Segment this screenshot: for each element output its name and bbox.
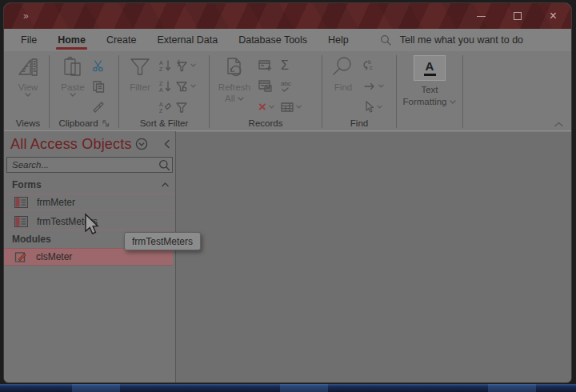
- tab-external-data[interactable]: External Data: [146, 29, 228, 51]
- save-record-icon: [258, 80, 272, 92]
- search-icon: [380, 34, 391, 46]
- ribbon-group-clipboard: Paste Clipboard: [50, 51, 118, 130]
- chevron-down-icon: [190, 63, 196, 67]
- chevron-up-icon: [162, 182, 169, 187]
- maximize-button[interactable]: [499, 3, 535, 29]
- find-group-label: Find: [322, 118, 396, 128]
- svg-text:A: A: [159, 101, 163, 106]
- module-icon: [14, 251, 27, 263]
- ribbon-group-sort-filter: Filter AZ ZA AZ: [119, 51, 209, 130]
- refresh-all-button[interactable]: Refresh All: [214, 53, 255, 105]
- minimize-button[interactable]: [463, 3, 499, 29]
- chevron-down-icon: [70, 93, 76, 97]
- spelling-button[interactable]: abc: [281, 78, 302, 94]
- tooltip-text: frmTestMeters: [132, 236, 193, 247]
- select-button[interactable]: [363, 98, 384, 115]
- svg-text:b: b: [368, 59, 371, 65]
- filter-selection-button[interactable]: [175, 57, 196, 74]
- nav-item-label: frmMeter: [37, 197, 75, 208]
- totals-sigma-icon: Σ: [281, 59, 289, 72]
- find-icon: [331, 55, 355, 79]
- totals-button[interactable]: Σ: [281, 57, 302, 74]
- sort-ascending-icon: AZ: [158, 59, 173, 72]
- save-record-button[interactable]: [258, 78, 274, 94]
- filter-label: Filter: [130, 82, 150, 93]
- mouse-cursor-icon: [82, 213, 100, 240]
- view-icon: [16, 55, 40, 79]
- navigation-pane-header: All Access Objects: [4, 131, 175, 157]
- ribbon: View Views Paste: [4, 51, 571, 131]
- nav-item-label: clsMeter: [36, 251, 72, 262]
- form-icon: [14, 216, 28, 227]
- tell-me-search[interactable]: Tell me what you want to do: [380, 29, 523, 51]
- find-label: Find: [334, 82, 352, 93]
- access-window: » × File Home Create External Data Datab…: [4, 3, 571, 382]
- nav-item-frmMeter[interactable]: frmMeter: [4, 194, 175, 211]
- nav-menu-dropdown-icon[interactable]: [135, 138, 148, 150]
- table-grid-icon: [281, 102, 294, 113]
- more-records-button[interactable]: [281, 98, 302, 115]
- svg-text:Z: Z: [159, 66, 163, 71]
- remove-sort-button[interactable]: AZ: [158, 98, 173, 115]
- chevron-down-icon: [377, 105, 382, 109]
- clipboard-group-label: Clipboard: [50, 118, 118, 128]
- chevron-down-icon: [190, 84, 196, 88]
- tab-help[interactable]: Help: [318, 29, 359, 51]
- collapse-ribbon-button[interactable]: [554, 122, 563, 127]
- sort-ascending-button[interactable]: AZ: [158, 57, 173, 74]
- nav-search-icon[interactable]: [158, 159, 170, 171]
- tab-file[interactable]: File: [10, 29, 47, 51]
- refresh-icon: [222, 55, 246, 79]
- sort-descending-button[interactable]: ZA: [158, 78, 173, 94]
- shutter-close-icon[interactable]: [163, 139, 170, 149]
- filter-button[interactable]: Filter: [123, 53, 157, 93]
- filter-icon: [128, 55, 152, 79]
- tab-home[interactable]: Home: [47, 29, 96, 51]
- refresh-all-label-1: Refresh: [218, 82, 250, 93]
- text-formatting-button[interactable]: A Text Formatting: [401, 53, 458, 108]
- new-record-icon: [258, 59, 272, 71]
- view-button[interactable]: View: [16, 53, 40, 97]
- format-painter-button[interactable]: [92, 98, 105, 115]
- nav-item-clsMeter[interactable]: clsMeter: [4, 248, 173, 266]
- form-icon: [14, 197, 28, 208]
- tab-create[interactable]: Create: [96, 29, 147, 51]
- ribbon-group-find: Find bc Find: [322, 51, 396, 130]
- nav-search-input[interactable]: [12, 160, 158, 170]
- text-formatting-label-1: Text: [421, 84, 438, 96]
- section-header-forms[interactable]: Forms: [4, 178, 175, 192]
- svg-text:Z: Z: [159, 107, 163, 113]
- replace-button[interactable]: bc: [363, 57, 384, 74]
- cut-icon: [92, 59, 105, 72]
- dialog-launcher-icon[interactable]: [102, 120, 110, 127]
- sort-filter-group-label: Sort & Filter: [119, 118, 209, 128]
- close-icon: ×: [550, 10, 557, 22]
- new-record-button[interactable]: [258, 57, 274, 74]
- chevron-down-icon: [238, 97, 244, 101]
- group-separator: [462, 55, 463, 128]
- chevron-down-icon: [25, 93, 31, 97]
- nav-object-list: Forms frmMeter frmTestMeters Modules: [4, 173, 175, 382]
- text-formatting-label-2: Formatting: [403, 96, 447, 108]
- paste-icon: [61, 55, 85, 79]
- ribbon-group-records: Refresh All × Σ: [210, 51, 322, 130]
- find-button[interactable]: Find: [326, 53, 360, 93]
- close-button[interactable]: ×: [535, 3, 571, 29]
- paste-button[interactable]: Paste: [54, 53, 92, 97]
- workspace: All Access Objects Forms frmMeter: [4, 131, 571, 382]
- chevron-up-icon: [554, 122, 563, 127]
- delete-record-button[interactable]: ×: [258, 98, 274, 115]
- ribbon-group-views: View Views: [7, 51, 49, 130]
- toggle-filter-button[interactable]: [175, 98, 196, 115]
- tab-database-tools[interactable]: Database Tools: [228, 29, 318, 51]
- spelling-icon: abc: [281, 81, 291, 92]
- refresh-all-label-2: All: [225, 93, 235, 104]
- copy-button[interactable]: [92, 78, 105, 94]
- advanced-filter-button[interactable]: [175, 78, 196, 94]
- quick-access-toolbar-chevron-icon[interactable]: »: [23, 10, 30, 22]
- navigation-pane-title[interactable]: All Access Objects: [10, 136, 132, 153]
- windows-taskbar[interactable]: [0, 384, 576, 392]
- cut-button[interactable]: [92, 57, 105, 74]
- select-cursor-icon: [363, 101, 374, 113]
- goto-button[interactable]: [363, 78, 384, 94]
